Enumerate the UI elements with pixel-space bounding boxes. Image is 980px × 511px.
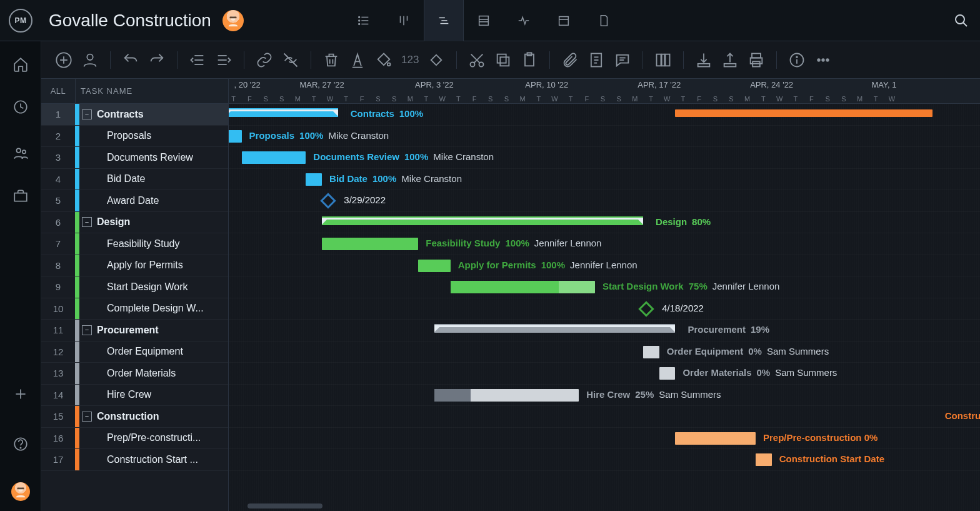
- collapse-icon[interactable]: −: [82, 109, 92, 119]
- gantt-task-bar[interactable]: [434, 389, 579, 402]
- view-files[interactable]: [584, 0, 624, 41]
- attach-button[interactable]: [561, 51, 579, 69]
- gantt-task-bar[interactable]: [229, 130, 242, 143]
- more-button[interactable]: [814, 51, 832, 69]
- column-all[interactable]: ALL: [41, 86, 75, 96]
- add-task-button[interactable]: [55, 51, 72, 69]
- column-taskname[interactable]: TASK NAME: [76, 86, 132, 96]
- task-row[interactable]: 2Proposals: [41, 126, 228, 148]
- svg-point-23: [22, 150, 25, 153]
- task-name-label: Documents Review: [107, 152, 228, 163]
- recent-icon[interactable]: [12, 99, 29, 115]
- task-row-number: 15: [41, 411, 75, 422]
- timeline-day-label: S: [707, 95, 723, 103]
- gantt-task-bar[interactable]: [756, 453, 772, 466]
- redo-button[interactable]: [148, 51, 166, 69]
- task-name-label: Design: [97, 216, 228, 228]
- task-row[interactable]: 5Award Date: [41, 190, 228, 212]
- number-format-button[interactable]: 123: [401, 54, 419, 66]
- task-row[interactable]: 16Prep/Pre-constructi...: [41, 428, 228, 450]
- task-row[interactable]: 12Order Equipment: [41, 342, 228, 363]
- view-sheet[interactable]: [464, 0, 504, 41]
- timeline-day-label: S: [595, 95, 611, 103]
- app-logo[interactable]: PM: [9, 9, 32, 33]
- timeline-day-label: S: [499, 95, 515, 103]
- comments-button[interactable]: [614, 51, 631, 69]
- import-button[interactable]: [695, 51, 712, 69]
- timeline-day-label: W: [434, 95, 451, 103]
- collapse-icon[interactable]: −: [82, 217, 92, 227]
- help-icon[interactable]: [12, 436, 29, 452]
- team-icon[interactable]: [12, 145, 29, 161]
- timeline-day-label: M: [514, 95, 531, 103]
- task-row[interactable]: 9Start Design Work: [41, 276, 228, 298]
- print-button[interactable]: [748, 51, 765, 69]
- search-icon[interactable]: [954, 13, 969, 28]
- task-row[interactable]: 14Hire Crew: [41, 385, 228, 407]
- task-row-number: 14: [41, 390, 75, 400]
- gantt-summary-bar[interactable]: [434, 325, 676, 331]
- task-row[interactable]: 7Feasibility Study: [41, 233, 228, 255]
- info-button[interactable]: [788, 51, 806, 69]
- collapse-icon[interactable]: −: [82, 412, 92, 422]
- view-gantt[interactable]: [424, 0, 464, 41]
- notes-button[interactable]: [588, 51, 605, 69]
- gantt-task-bar[interactable]: [242, 151, 306, 164]
- view-activity[interactable]: [504, 0, 544, 41]
- svg-point-5: [359, 16, 360, 18]
- task-row[interactable]: 6−Design: [41, 212, 228, 234]
- view-calendar[interactable]: [544, 0, 584, 41]
- add-icon[interactable]: [12, 386, 29, 402]
- task-row[interactable]: 11−Procurement: [41, 320, 228, 342]
- gantt-task-bar[interactable]: [418, 260, 450, 272]
- gantt-task-bar[interactable]: [451, 281, 595, 293]
- collapse-icon[interactable]: −: [82, 325, 92, 335]
- timeline-week-label: APR, 10 '22: [491, 80, 603, 89]
- gantt-summary-bar[interactable]: [229, 109, 338, 116]
- task-row[interactable]: 3Documents Review: [41, 147, 228, 169]
- task-row[interactable]: 13Order Materials: [41, 363, 228, 385]
- gantt-chart[interactable]: Contracts100%Proposals100%Mike CranstonD…: [229, 104, 980, 511]
- task-name-label: Award Date: [107, 195, 228, 206]
- view-board[interactable]: [384, 0, 424, 41]
- gantt-task-bar[interactable]: [322, 238, 418, 250]
- gantt-summary-bar[interactable]: [675, 109, 932, 117]
- gantt-task-bar[interactable]: [306, 173, 322, 186]
- horizontal-scrollbar[interactable]: [248, 503, 322, 508]
- indent-button[interactable]: [215, 51, 232, 69]
- gantt-task-bar[interactable]: [643, 346, 659, 358]
- task-row-number: 5: [41, 195, 75, 206]
- timeline-day-label: T: [229, 95, 242, 103]
- delete-button[interactable]: [322, 51, 340, 69]
- task-row[interactable]: 1−Contracts: [41, 104, 228, 126]
- columns-button[interactable]: [654, 51, 672, 69]
- timeline-day-label: S: [819, 95, 836, 103]
- portfolio-icon[interactable]: [12, 188, 29, 204]
- task-row[interactable]: 10Complete Design W...: [41, 298, 228, 320]
- cut-button[interactable]: [468, 51, 486, 69]
- gantt-task-bar[interactable]: [659, 367, 676, 380]
- project-owner-avatar[interactable]: [222, 10, 244, 31]
- view-list[interactable]: [344, 0, 384, 41]
- milestone-button[interactable]: [428, 51, 445, 69]
- gantt-task-bar[interactable]: [675, 432, 756, 445]
- link-button[interactable]: [256, 51, 273, 69]
- export-button[interactable]: [721, 51, 739, 69]
- svg-point-28: [20, 447, 21, 448]
- current-user-avatar[interactable]: [11, 482, 30, 501]
- copy-button[interactable]: [494, 51, 512, 69]
- paste-button[interactable]: [521, 51, 538, 69]
- task-row[interactable]: 8Apply for Permits: [41, 255, 228, 277]
- task-row[interactable]: 17Construction Start ...: [41, 449, 228, 471]
- task-row[interactable]: 4Bid Date: [41, 169, 228, 191]
- undo-button[interactable]: [122, 51, 139, 69]
- assign-button[interactable]: [81, 51, 99, 69]
- text-color-button[interactable]: [349, 51, 366, 69]
- fill-color-button[interactable]: [375, 51, 392, 69]
- timeline-day-label: W: [547, 95, 563, 103]
- task-row[interactable]: 15−Construction: [41, 406, 228, 428]
- home-icon[interactable]: [12, 56, 29, 73]
- gantt-summary-bar[interactable]: [322, 218, 643, 224]
- unlink-button[interactable]: [282, 51, 299, 69]
- outdent-button[interactable]: [189, 51, 206, 69]
